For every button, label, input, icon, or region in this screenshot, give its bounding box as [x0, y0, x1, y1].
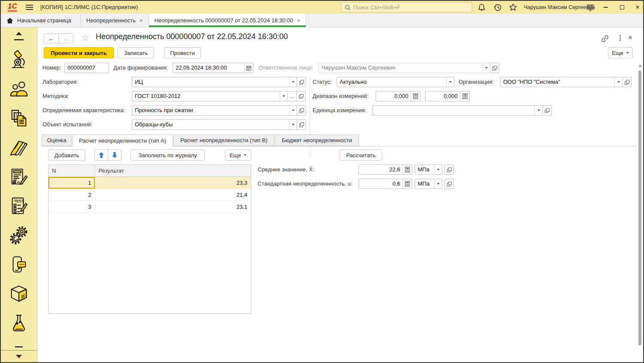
result-cell[interactable]: 21,4 [95, 189, 251, 201]
mean-unit-field[interactable]: МПа [415, 165, 442, 175]
row-number-cell[interactable]: 3 [49, 201, 95, 213]
fill-from-journal-button[interactable]: Заполнить по журналу [131, 149, 205, 161]
lab-field[interactable]: ИЦ [132, 77, 297, 87]
result-table-row[interactable]: 221,4 [49, 189, 251, 201]
minimize-button[interactable] [598, 1, 613, 14]
tab-uncertainty-list[interactable]: Неопределенность × [81, 14, 149, 27]
result-table-row[interactable]: 123,3 [49, 177, 251, 189]
responsible-field[interactable]: Чарушин Максим Сергеевич [319, 63, 490, 73]
close-window-button[interactable]: × [630, 1, 644, 14]
mean-unit-open-button[interactable] [444, 165, 454, 175]
result-cell[interactable]: 23,1 [95, 201, 251, 213]
organization-dropdown-button[interactable] [614, 77, 622, 87]
section-mobile-communication[interactable] [9, 254, 29, 275]
range-from-field[interactable]: 0,000 [376, 91, 420, 101]
tab-close-icon[interactable]: × [297, 17, 301, 24]
result-cell[interactable]: 23,3 [95, 177, 251, 189]
uncertainty-unit-dropdown-button[interactable] [434, 179, 442, 189]
post-and-close-button[interactable]: Провести и закрыть [44, 47, 114, 58]
characteristic-dropdown-button[interactable] [289, 106, 297, 115]
characteristic-field[interactable]: Прочность при сжатии [132, 105, 297, 116]
date-field[interactable]: 22.05.2024 16:30:00 [173, 63, 253, 73]
status-dropdown-button[interactable] [446, 77, 454, 87]
sidebar-scroll-up[interactable] [16, 32, 22, 35]
section-samples[interactable] [9, 284, 29, 304]
tab-home[interactable]: Начальная страница [1, 14, 81, 27]
method-dropdown-button[interactable] [279, 92, 287, 101]
tab-type-a-calculation[interactable]: Расчет неопределенности (тип А) [72, 134, 173, 146]
characteristic-open-button[interactable] [297, 105, 306, 116]
column-header-result[interactable]: Результат [95, 165, 251, 177]
get-link-icon[interactable] [601, 34, 609, 43]
tab-evaluation[interactable]: Оценка [42, 134, 72, 146]
method-field[interactable]: ГОСТ 10180-2012 [132, 91, 288, 101]
add-row-button[interactable]: Добавить [48, 149, 85, 161]
more-button[interactable]: Еще [608, 47, 633, 58]
tab-uncertainty-document[interactable]: Неопределенность 000000007 от 22.05.2024… [149, 14, 307, 27]
main-menu-icon[interactable] [26, 5, 33, 10]
method-choose-button[interactable]: ... [287, 91, 297, 101]
status-field[interactable]: Актуально [337, 77, 454, 87]
result-table-row[interactable]: 323,1 [49, 201, 251, 213]
tab-uncertainty-budget[interactable]: Бюджет неопределенности [275, 134, 359, 146]
test-object-dropdown-button[interactable] [289, 120, 297, 129]
section-laboratory[interactable] [9, 313, 29, 333]
number-field[interactable]: 000000007 [64, 63, 109, 73]
method-open-button[interactable] [296, 91, 306, 101]
test-object-open-button[interactable] [297, 119, 306, 130]
nav-forward-button[interactable]: → [58, 34, 73, 43]
uncertainty-calc-button[interactable] [403, 179, 412, 189]
post-button[interactable]: Провести [164, 47, 201, 58]
uncertainty-value-field[interactable]: 0,6 [358, 179, 412, 189]
section-settings[interactable] [9, 225, 29, 246]
responsible-dropdown-button[interactable] [482, 63, 490, 73]
move-row-up-button[interactable] [94, 149, 108, 161]
mean-unit-dropdown-button[interactable] [434, 165, 442, 174]
date-picker-button[interactable] [244, 63, 253, 73]
row-number-cell[interactable]: 2 [49, 189, 95, 201]
scrollbar-thumb[interactable] [638, 70, 641, 345]
section-documents[interactable] [9, 108, 29, 129]
favorites-star-icon[interactable] [509, 3, 517, 12]
column-header-n[interactable]: N [49, 165, 95, 177]
unit-open-button[interactable] [542, 105, 552, 116]
range-to-calc-button[interactable] [460, 92, 469, 101]
row-number-cell[interactable]: 1 [49, 177, 95, 189]
section-lab-equipment[interactable] [9, 50, 29, 70]
section-tests[interactable]: TEST [9, 196, 29, 217]
uncertainty-unit-field[interactable]: МПа [415, 179, 442, 189]
unit-dropdown-button[interactable] [535, 106, 542, 115]
tab-close-icon[interactable]: × [140, 17, 143, 24]
favorite-star-icon[interactable]: ☆ [81, 33, 89, 42]
maximize-button[interactable] [615, 1, 629, 14]
section-personnel[interactable] [9, 79, 29, 100]
history-icon[interactable] [493, 3, 502, 12]
responsible-open-button[interactable] [490, 63, 499, 73]
section-protocols[interactable] [9, 167, 29, 187]
sidebar-scroll-down[interactable] [16, 355, 22, 358]
notifications-bell-icon[interactable] [477, 3, 486, 12]
mean-calc-button[interactable] [403, 165, 412, 174]
section-journals[interactable] [9, 137, 29, 158]
test-object-field[interactable]: Образцы-кубы [132, 119, 297, 130]
tab-type-b-calculation[interactable]: Расчет неопределенности (тип В) [173, 134, 274, 146]
vertical-scrollbar[interactable] [638, 64, 642, 359]
range-to-field[interactable]: 0,000 [425, 91, 470, 101]
nav-back-button[interactable]: ← [44, 34, 59, 43]
move-row-down-button[interactable] [108, 149, 122, 161]
calculate-button[interactable]: Рассчитать [340, 149, 382, 161]
unit-field[interactable] [372, 105, 543, 116]
more-actions-icon[interactable] [620, 35, 621, 37]
uncertainty-unit-open-button[interactable] [444, 179, 454, 189]
organization-open-button[interactable] [622, 77, 632, 87]
scrollbar-up-arrow[interactable] [638, 64, 642, 67]
current-user[interactable]: Чарушин Максим Сергеевич [524, 4, 595, 10]
table-more-button[interactable]: Еще [225, 149, 251, 161]
lab-open-button[interactable] [297, 77, 306, 87]
range-from-calc-button[interactable] [411, 92, 420, 101]
close-form-button[interactable]: × [628, 34, 632, 41]
mean-value-field[interactable]: 22,6 [358, 165, 412, 175]
service-menu-icon[interactable] [586, 3, 595, 12]
write-button[interactable]: Записать [118, 47, 154, 58]
lab-dropdown-button[interactable] [289, 77, 297, 87]
